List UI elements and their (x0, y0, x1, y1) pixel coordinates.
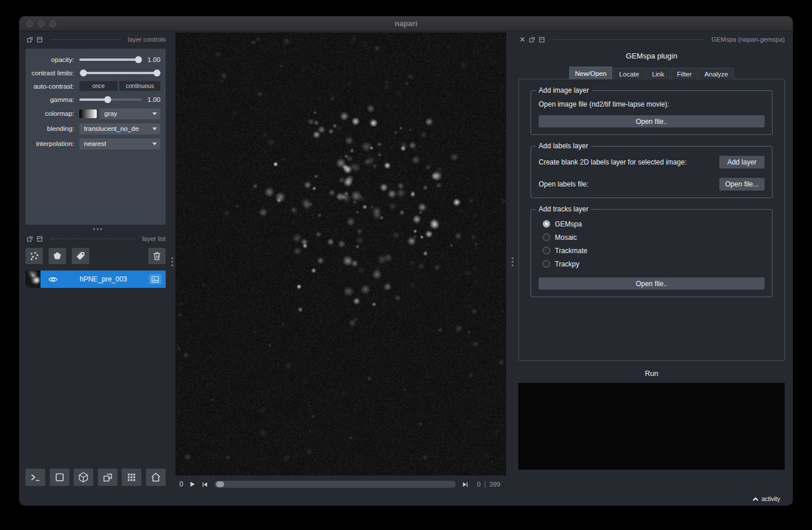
blending-label: blending: (28, 125, 79, 132)
add-labels-layer-button[interactable]: Add layer (719, 156, 765, 169)
blending-dropdown[interactable]: translucent_no_de (79, 123, 160, 134)
tab-link[interactable]: Link (646, 68, 670, 79)
gamma-label: gamma: (28, 96, 79, 103)
add-image-layer-group: Add image layer Open image file (nd2/tif… (531, 90, 773, 135)
last-frame-icon[interactable] (460, 480, 470, 489)
blending-value: translucent_no_de (84, 125, 139, 132)
interpolation-label: interpolation: (28, 140, 79, 147)
viewer-buttons (25, 469, 166, 486)
current-frame-value[interactable]: 0 (178, 480, 184, 488)
ndisplay-toggle-button[interactable] (50, 469, 70, 486)
auto-contrast-continuous-button[interactable]: continuous (119, 81, 160, 91)
float-panel-icon[interactable] (529, 36, 535, 43)
tab-filter[interactable]: Filter (671, 68, 698, 79)
frame-slider[interactable] (214, 481, 456, 488)
status-bar: activity (19, 492, 793, 506)
tab-analyze[interactable]: Analyze (698, 68, 734, 79)
play-button[interactable] (187, 480, 197, 489)
tab-locate[interactable]: Locate (613, 68, 645, 79)
contrast-limits-label: contrast limits: (28, 70, 79, 76)
minimize-window-button[interactable] (38, 20, 45, 27)
gamma-row: gamma: 1.00 (28, 93, 160, 106)
points-icon (29, 251, 39, 261)
gamma-value: 1.00 (142, 96, 160, 103)
contrast-high-handle[interactable] (153, 70, 160, 76)
activity-chevron-icon[interactable] (752, 496, 759, 502)
layer-row[interactable]: hPNE_pre_003 (25, 271, 166, 288)
track-option-trackmate[interactable]: Trackmate (543, 244, 765, 257)
new-shapes-layer-button[interactable] (49, 248, 66, 264)
dock-splitter[interactable] (506, 31, 518, 492)
first-frame-icon[interactable] (200, 480, 210, 489)
dock-splitter-handle[interactable] (171, 261, 173, 262)
hide-panel-icon[interactable] (539, 36, 545, 43)
interpolation-dropdown[interactable]: nearest (79, 138, 160, 149)
layer-controls-title: layer controls (128, 36, 166, 43)
napari-window: napari layer controls opacity: (19, 16, 793, 506)
visibility-eye-icon[interactable] (48, 275, 58, 284)
frame-slider-handle[interactable] (216, 481, 224, 487)
colormap-dropdown[interactable]: gray (100, 108, 160, 119)
add-labels-layer-group: Add labels layer Create blank 2D labels … (531, 146, 773, 198)
console-button[interactable] (25, 469, 45, 486)
gamma-slider-handle[interactable] (104, 96, 111, 103)
dock-header-separator (50, 39, 120, 40)
plugin-title: GEMspa plugin (518, 52, 785, 60)
open-tracks-file-button[interactable]: Open file.. (539, 277, 765, 290)
frame-counter: 0 399 (477, 481, 500, 488)
radio-checked-icon[interactable] (543, 220, 550, 228)
add-tracks-layer-legend: Add tracks layer (536, 205, 591, 213)
opacity-slider[interactable] (79, 56, 142, 64)
dock-header-separator (553, 39, 704, 40)
panel-resize-grip[interactable] (97, 228, 98, 230)
close-window-button[interactable] (26, 20, 33, 27)
trash-icon (152, 251, 162, 261)
gemspa-dock: GEMspa (napari-gemspa) GEMspa plugin New… (518, 31, 793, 492)
track-option-gemspa[interactable]: GEMspa (543, 217, 765, 231)
labels-tag-icon (75, 251, 86, 261)
hide-panel-icon[interactable] (36, 36, 43, 43)
opacity-label: opacity: (28, 56, 79, 63)
radio-icon[interactable] (543, 233, 550, 241)
hide-panel-icon[interactable] (36, 236, 43, 242)
selected-layer[interactable]: hPNE_pre_003 (41, 271, 166, 288)
contrast-limits-row: contrast limits: (28, 66, 160, 79)
open-image-file-button[interactable]: Open file.. (539, 115, 765, 127)
layer-controls-panel: opacity: 1.00 contrast limits: (25, 49, 166, 225)
gamma-slider[interactable] (79, 96, 142, 104)
close-panel-icon[interactable] (520, 36, 525, 42)
transpose-dimensions-button[interactable] (98, 469, 118, 486)
track-option-label: Mosaic (555, 233, 577, 242)
grid-mode-button[interactable] (122, 469, 141, 486)
viewer-canvas[interactable] (175, 32, 506, 476)
opacity-slider-handle[interactable] (135, 56, 142, 63)
open-labels-file-button[interactable]: Open file... (719, 178, 765, 191)
shapes-icon (52, 251, 63, 261)
track-option-label: Trackmate (555, 247, 587, 255)
radio-icon[interactable] (543, 247, 550, 254)
tab-new-open[interactable]: New/Open (569, 67, 612, 79)
opacity-value: 1.00 (142, 56, 160, 63)
colormap-row: colormap: gray (28, 106, 160, 121)
roll-dimensions-button[interactable] (74, 469, 93, 486)
new-points-layer-button[interactable] (25, 248, 43, 264)
transpose-icon (102, 471, 114, 483)
float-panel-icon[interactable] (27, 236, 33, 242)
layer-name: hPNE_pre_003 (58, 275, 149, 283)
float-panel-icon[interactable] (27, 36, 33, 43)
delete-layer-button[interactable] (148, 248, 166, 264)
activity-label[interactable]: activity (762, 495, 780, 502)
contrast-limits-slider[interactable] (79, 69, 160, 77)
auto-contrast-label: auto-contrast: (28, 83, 79, 90)
colormap-gradient-swatch (79, 109, 97, 118)
new-open-tab-pane: Add image layer Open image file (nd2/tif… (518, 79, 785, 361)
auto-contrast-once-button[interactable]: once (79, 81, 118, 91)
track-option-trackpy[interactable]: Trackpy (543, 257, 765, 271)
radio-icon[interactable] (543, 260, 550, 268)
new-labels-layer-button[interactable] (72, 248, 89, 264)
track-option-mosaic[interactable]: Mosaic (543, 231, 765, 244)
zoom-window-button[interactable] (49, 20, 56, 27)
home-reset-view-button[interactable] (146, 469, 166, 486)
gemspa-dock-header: GEMspa (napari-gemspa) (520, 35, 785, 43)
contrast-low-handle[interactable] (80, 70, 87, 76)
